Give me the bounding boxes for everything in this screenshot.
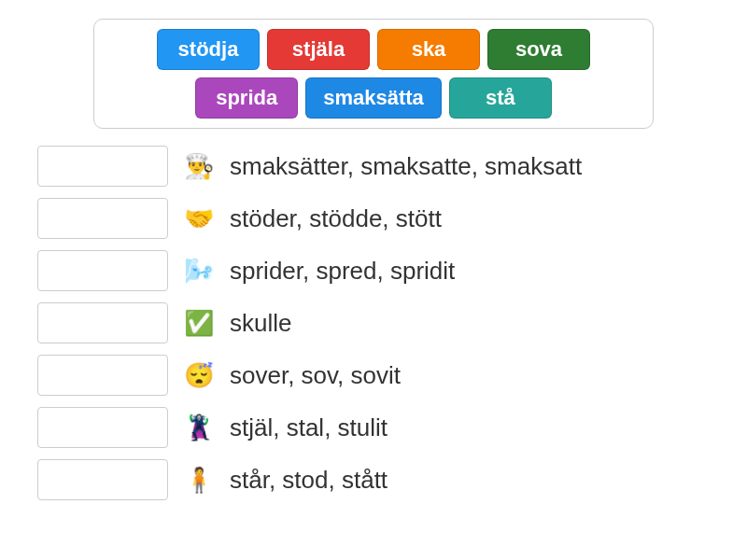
sleep-icon: 😴 xyxy=(181,357,217,393)
drop-target[interactable] xyxy=(37,407,168,448)
clue-text: står, stod, stått xyxy=(230,466,388,495)
clue-text: stjäl, stal, stulit xyxy=(230,413,388,442)
question-row: 🧍 står, stod, stått xyxy=(37,459,719,500)
support-icon: 🤝 xyxy=(181,201,217,236)
chip-ska[interactable]: ska xyxy=(377,29,480,70)
thief-icon: 🦹 xyxy=(181,410,217,445)
chef-icon: 👨‍🍳 xyxy=(181,148,217,184)
question-row: 🦹 stjäl, stal, stulit xyxy=(37,407,719,448)
question-row: 🤝 stöder, stödde, stött xyxy=(37,198,719,239)
question-row: ✅ skulle xyxy=(37,302,719,343)
chip-sova[interactable]: sova xyxy=(487,29,590,70)
chip-stjala[interactable]: stjäla xyxy=(267,29,370,70)
drop-target[interactable] xyxy=(37,355,168,396)
clue-text: sover, sov, sovit xyxy=(230,361,401,390)
question-list: 👨‍🍳 smaksätter, smaksatte, smaksatt 🤝 st… xyxy=(37,146,719,500)
stand-icon: 🧍 xyxy=(181,462,217,497)
drop-target[interactable] xyxy=(37,459,168,500)
question-row: 🌬️ sprider, spred, spridit xyxy=(37,250,719,291)
chip-smaksatta[interactable]: smaksätta xyxy=(305,77,442,119)
drop-target[interactable] xyxy=(37,198,168,239)
chip-sta[interactable]: stå xyxy=(449,77,552,119)
question-row: 👨‍🍳 smaksätter, smaksatte, smaksatt xyxy=(37,146,719,187)
chip-stodja[interactable]: stödja xyxy=(157,29,260,70)
check-icon: ✅ xyxy=(181,305,217,341)
clue-text: smaksätter, smaksatte, smaksatt xyxy=(230,152,582,181)
drop-target[interactable] xyxy=(37,302,168,343)
spread-icon: 🌬️ xyxy=(181,253,217,288)
question-row: 😴 sover, sov, sovit xyxy=(37,355,719,396)
chip-sprida[interactable]: sprida xyxy=(195,77,298,119)
clue-text: stöder, stödde, stött xyxy=(230,204,442,233)
matching-activity: stödja stjäla ska sova sprida smaksätta … xyxy=(0,0,747,519)
clue-text: skulle xyxy=(230,309,291,338)
drop-target[interactable] xyxy=(37,146,168,187)
word-bank: stödja stjäla ska sova sprida smaksätta … xyxy=(93,19,654,129)
clue-text: sprider, spred, spridit xyxy=(230,257,455,286)
drop-target[interactable] xyxy=(37,250,168,291)
